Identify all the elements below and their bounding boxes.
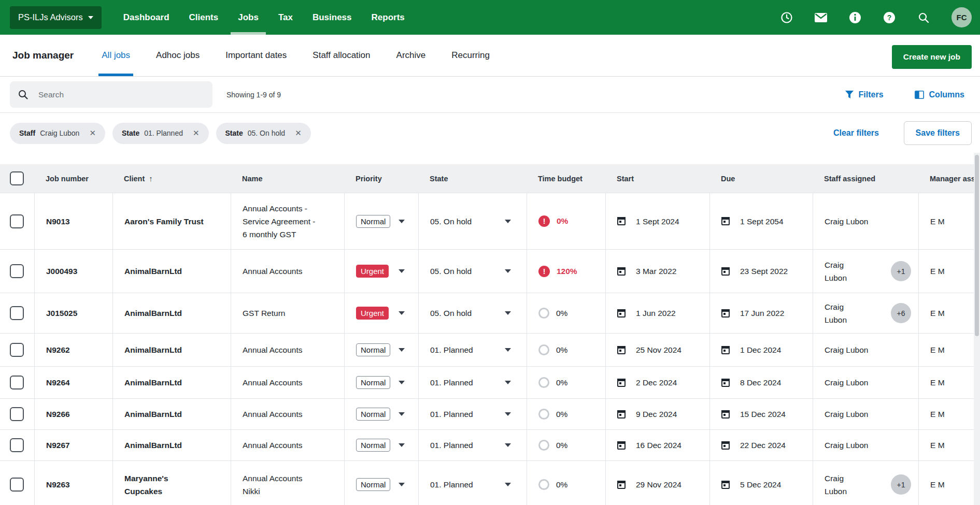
calendar-icon[interactable] [721,441,730,450]
clock-icon[interactable] [780,11,793,24]
calendar-icon[interactable] [617,481,626,489]
close-icon[interactable]: ✕ [89,128,96,138]
nav-jobs[interactable]: Jobs [231,0,266,35]
chevron-down-icon[interactable] [399,412,405,416]
chevron-down-icon[interactable] [505,220,511,223]
calendar-icon[interactable] [721,217,730,225]
nav-dashboard[interactable]: Dashboard [116,0,177,35]
select-all-checkbox[interactable] [10,171,24,185]
calendar-icon[interactable] [617,410,626,419]
calendar-icon[interactable] [721,346,730,354]
row-checkbox[interactable] [10,264,24,278]
state-value[interactable]: 01. Planned [430,478,473,491]
row-checkbox[interactable] [10,343,24,357]
priority-select[interactable]: Normal [356,215,390,228]
calendar-icon[interactable] [617,217,626,225]
search-box[interactable] [10,81,212,108]
extra-staff-badge[interactable]: +6 [891,303,911,323]
column-header-job-number[interactable]: Job number [34,175,112,183]
filters-button[interactable]: Filters [845,90,884,99]
row-checkbox[interactable] [10,478,24,492]
column-header-priority[interactable]: Priority [344,175,418,183]
calendar-icon[interactable] [721,410,730,419]
chevron-down-icon[interactable] [505,412,511,416]
extra-staff-badge[interactable]: +1 [891,261,911,281]
close-icon[interactable]: ✕ [193,128,200,138]
state-value[interactable]: 01. Planned [430,408,473,421]
priority-select[interactable]: Normal [356,478,390,491]
priority-select[interactable]: Normal [356,408,390,421]
table-row[interactable]: N9262AnimalBarnLtdAnnual AccountsNormal0… [0,333,980,366]
chevron-down-icon[interactable] [399,483,405,486]
chevron-down-icon[interactable] [399,348,405,352]
save-filters-button[interactable]: Save filters [904,121,972,145]
table-row[interactable]: N9264AnimalBarnLtdAnnual AccountsNormal0… [0,366,980,398]
tab-adhoc-jobs[interactable]: Adhoc jobs [149,35,207,76]
chevron-down-icon[interactable] [505,311,511,315]
row-checkbox[interactable] [10,306,24,320]
row-checkbox[interactable] [10,214,24,228]
table-row[interactable]: J015025AnimalBarnLtdGST ReturnUrgent05. … [0,293,980,333]
search-icon[interactable] [917,11,930,24]
table-row[interactable]: N9263Maryanne's CupcakesAnnual Accounts … [0,460,980,505]
column-header-client[interactable]: Client↑ [112,174,231,183]
chevron-down-icon[interactable] [399,220,405,223]
tab-recurring[interactable]: Recurring [444,35,497,76]
tab-staff-allocation[interactable]: Staff allocation [305,35,377,76]
close-icon[interactable]: ✕ [295,128,302,138]
create-new-job-button[interactable]: Create new job [892,45,972,69]
column-header-state[interactable]: State [418,175,527,183]
calendar-icon[interactable] [617,346,626,354]
chevron-down-icon[interactable] [399,381,405,384]
calendar-icon[interactable] [617,379,626,387]
filter-chip-state-planned[interactable]: State 01. Planned ✕ [112,123,209,144]
mail-icon[interactable] [815,11,827,24]
priority-select[interactable]: Urgent [356,265,389,278]
state-value[interactable]: 01. Planned [430,376,473,389]
chevron-down-icon[interactable] [399,443,405,447]
column-header-manager-assigned[interactable]: Manager assigned [918,175,980,183]
calendar-icon[interactable] [721,267,730,276]
nav-reports[interactable]: Reports [364,0,412,35]
state-value[interactable]: 01. Planned [430,343,473,356]
calendar-icon[interactable] [721,379,730,387]
nav-tax[interactable]: Tax [271,0,300,35]
column-header-start[interactable]: Start [605,175,709,183]
calendar-icon[interactable] [617,267,626,276]
table-row[interactable]: N9266AnimalBarnLtdAnnual AccountsNormal0… [0,398,980,429]
tab-all-jobs[interactable]: All jobs [94,35,137,76]
filter-chip-staff[interactable]: Staff Craig Lubon ✕ [10,123,105,144]
calendar-icon[interactable] [721,309,730,318]
chevron-down-icon[interactable] [505,269,511,273]
priority-select[interactable]: Normal [356,343,390,356]
priority-select[interactable]: Normal [356,376,390,389]
chevron-down-icon[interactable] [399,269,405,273]
state-value[interactable]: 05. On hold [430,265,472,278]
chevron-down-icon[interactable] [505,443,511,447]
filter-chip-state-onhold[interactable]: State 05. On hold ✕ [216,123,311,144]
nav-business[interactable]: Business [305,0,359,35]
column-header-name[interactable]: Name [231,175,344,183]
tab-important-dates[interactable]: Important dates [218,35,294,76]
chevron-down-icon[interactable] [505,483,511,486]
table-row[interactable]: N9013Aaron's Family TrustAnnual Accounts… [0,193,980,249]
avatar[interactable]: FC [951,7,972,27]
tab-archive[interactable]: Archive [389,35,433,76]
row-checkbox[interactable] [10,438,24,452]
scrollbar-thumb[interactable] [975,155,979,336]
state-value[interactable]: 05. On hold [430,307,472,320]
organisation-selector[interactable]: PS-ILJs Advisors [10,6,102,29]
chevron-down-icon[interactable] [505,381,511,384]
help-icon[interactable]: ? [883,11,896,24]
chevron-down-icon[interactable] [505,348,511,352]
nav-clients[interactable]: Clients [182,0,226,35]
state-value[interactable]: 01. Planned [430,439,473,452]
row-checkbox[interactable] [10,376,24,389]
column-header-due[interactable]: Due [709,175,813,183]
calendar-icon[interactable] [617,441,626,450]
clear-filters-button[interactable]: Clear filters [833,128,879,138]
priority-select[interactable]: Urgent [356,307,389,320]
row-checkbox[interactable] [10,407,24,421]
search-input[interactable] [38,90,194,99]
extra-staff-badge[interactable]: +1 [891,474,911,495]
